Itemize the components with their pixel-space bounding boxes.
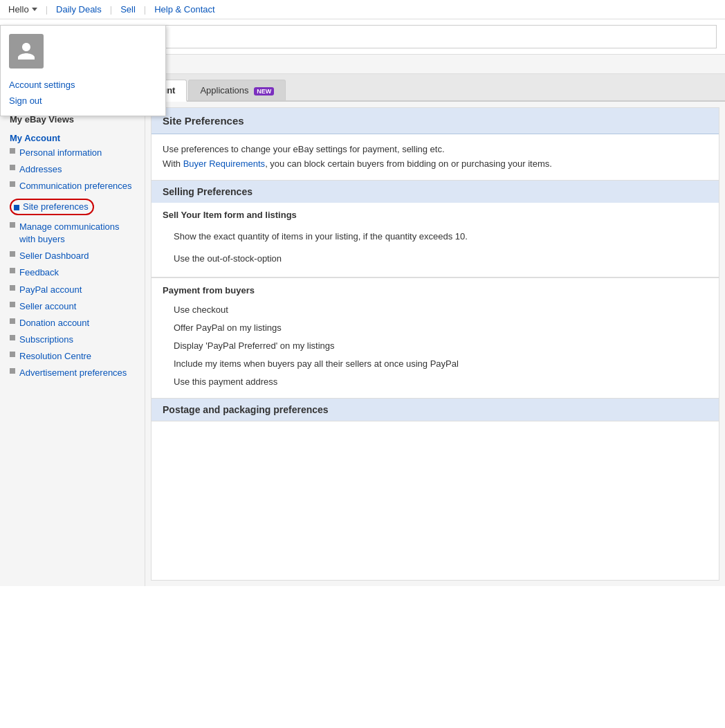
hello-label: Hello xyxy=(8,4,29,15)
desc-line2: With Buyer Requirements, you can block c… xyxy=(163,157,708,172)
payment-item-3: Display 'PayPal Preferred' on my listing… xyxy=(174,337,697,355)
payment-section: Payment from buyers Use checkout Offer P… xyxy=(152,278,719,399)
sidebar: My eBay Views My Account Personal inform… xyxy=(0,102,145,586)
account-settings-link[interactable]: Account settings xyxy=(1,77,165,93)
sidebar-item-addresses[interactable]: Addresses xyxy=(0,161,145,178)
payment-title: Payment from buyers xyxy=(163,285,708,295)
selling-preferences-section: Selling Preferences Sell Your Item form … xyxy=(152,181,719,278)
sidebar-item-label: Feedback xyxy=(19,266,59,279)
applications-badge: NEW xyxy=(254,87,274,95)
sidebar-item-label: Donation account xyxy=(19,317,89,329)
bullet-icon xyxy=(10,368,15,374)
sidebar-item-label: Resolution Centre xyxy=(19,350,91,363)
sidebar-item-label: PayPal account xyxy=(19,284,82,296)
sidebar-item-paypal-account[interactable]: PayPal account xyxy=(0,282,145,298)
sign-out-link[interactable]: Sign out xyxy=(1,93,165,109)
sidebar-item-label: Seller Dashboard xyxy=(19,250,89,262)
dropdown-arrow-icon xyxy=(32,8,37,11)
sell-item-2: Use the out-of-stock-option xyxy=(174,248,697,270)
hello-dropdown-menu: Account settings Sign out xyxy=(0,25,166,116)
sell-form-title: Sell Your Item form and listings xyxy=(163,210,708,220)
hello-dropdown[interactable]: Hello xyxy=(8,4,37,15)
selling-prefs-header: Selling Preferences xyxy=(152,181,719,203)
sidebar-item-seller-account[interactable]: Seller account xyxy=(0,298,145,315)
sidebar-item-label: Addresses xyxy=(19,163,62,176)
sidebar-item-label: Manage communications with buyers xyxy=(19,221,135,246)
bullet-icon xyxy=(14,205,19,210)
desc-pre: With xyxy=(163,158,183,169)
sidebar-item-communication[interactable]: Communication preferences xyxy=(0,178,145,194)
sidebar-item-subscriptions[interactable]: Subscriptions xyxy=(0,331,145,348)
bullet-icon xyxy=(10,148,15,154)
bullet-icon xyxy=(10,181,15,187)
postage-header: Postage and packaging preferences xyxy=(152,399,719,421)
sidebar-category: My Account xyxy=(0,129,145,145)
payment-body: Use checkout Offer PayPal on my listings… xyxy=(163,301,708,391)
sell-link[interactable]: Sell xyxy=(120,4,136,15)
tab-applications-label: Applications xyxy=(200,85,248,95)
sidebar-item-resolution-centre[interactable]: Resolution Centre xyxy=(0,348,145,365)
nav-separator-3: | xyxy=(144,4,146,15)
bullet-icon xyxy=(10,335,15,340)
sell-form-body: Show the exact quantity of items in your… xyxy=(163,226,708,270)
help-contact-link[interactable]: Help & Contact xyxy=(154,4,214,15)
bullet-icon xyxy=(10,268,15,273)
sidebar-item-site-preferences[interactable]: Site preferences xyxy=(0,197,145,217)
bullet-icon xyxy=(10,302,15,307)
sidebar-item-personal-info[interactable]: Personal information xyxy=(0,145,145,161)
payment-section-inner: Payment from buyers Use checkout Offer P… xyxy=(152,278,719,398)
sell-item-1: Show the exact quantity of items in your… xyxy=(174,226,697,248)
user-avatar xyxy=(9,34,44,69)
bullet-icon xyxy=(10,222,15,228)
nav-separator-1: | xyxy=(46,4,48,15)
bullet-icon xyxy=(10,285,15,291)
payment-item-1: Use checkout xyxy=(174,301,697,319)
buyer-requirements-link[interactable]: Buyer Requirements xyxy=(183,158,266,169)
sidebar-item-label: Advertisement preferences xyxy=(19,367,127,379)
sidebar-item-feedback[interactable]: Feedback xyxy=(0,264,145,281)
tab-applications[interactable]: Applications NEW xyxy=(188,80,286,100)
user-icon xyxy=(16,41,37,62)
main-section-title: Site Preferences xyxy=(163,115,708,127)
desc-post: , you can block certain buyers from bidd… xyxy=(265,158,552,169)
postage-section: Postage and packaging preferences xyxy=(152,399,719,421)
bullet-icon xyxy=(10,318,15,324)
bullet-icon xyxy=(10,251,15,257)
main-section-desc: Use preferences to change your eBay sett… xyxy=(152,134,719,181)
nav-separator-2: | xyxy=(110,4,112,15)
sidebar-item-manage-comms[interactable]: Manage communications with buyers xyxy=(0,219,145,248)
sidebar-item-advertisement-prefs[interactable]: Advertisement preferences xyxy=(0,365,145,381)
sidebar-item-label: Communication preferences xyxy=(19,180,132,192)
sidebar-item-donation-account[interactable]: Donation account xyxy=(0,315,145,331)
sell-form-section: Sell Your Item form and listings Show th… xyxy=(152,203,719,277)
bullet-icon xyxy=(10,165,15,170)
sidebar-item-label: Seller account xyxy=(19,300,76,313)
bullet-icon xyxy=(10,352,15,357)
content-panel: Site Preferences Use preferences to chan… xyxy=(151,107,719,581)
sidebar-item-label: Subscriptions xyxy=(19,334,73,346)
top-nav: Hello | Daily Deals | Sell | Help & Cont… xyxy=(0,0,725,19)
payment-item-5: Use this payment address xyxy=(174,373,697,391)
main-section-header: Site Preferences xyxy=(152,108,719,134)
sidebar-item-label: Site preferences xyxy=(23,201,89,213)
payment-item-4: Include my items when buyers pay all the… xyxy=(174,355,697,373)
sidebar-item-label: Personal information xyxy=(19,147,102,159)
sidebar-item-seller-dashboard[interactable]: Seller Dashboard xyxy=(0,248,145,264)
daily-deals-link[interactable]: Daily Deals xyxy=(56,4,102,15)
payment-item-2: Offer PayPal on my listings xyxy=(174,319,697,337)
main-content: My eBay Views My Account Personal inform… xyxy=(0,102,725,586)
desc-line1: Use preferences to change your eBay sett… xyxy=(163,143,708,157)
